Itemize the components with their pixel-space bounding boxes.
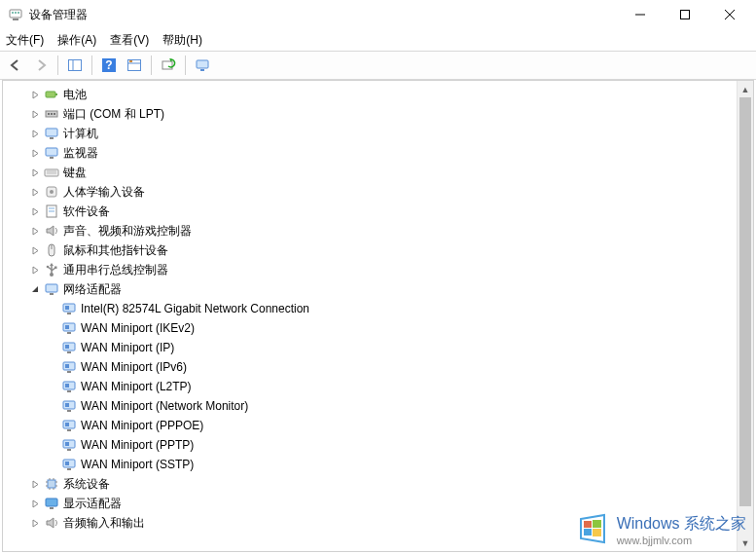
expand-caret-icon[interactable] bbox=[28, 91, 42, 99]
tree-category-battery[interactable]: 电池 bbox=[3, 85, 753, 104]
software-icon bbox=[44, 203, 59, 219]
svg-rect-26 bbox=[50, 137, 54, 139]
battery-icon bbox=[44, 87, 59, 102]
tree-device-item[interactable]: WAN Miniport (Network Monitor) bbox=[3, 396, 753, 416]
tree-category-display[interactable]: 显示适配器 bbox=[3, 494, 753, 513]
tree-item-label: 计算机 bbox=[63, 126, 98, 142]
monitor-icon bbox=[44, 126, 59, 141]
svg-rect-69 bbox=[67, 449, 71, 451]
nic-icon bbox=[61, 437, 77, 453]
tree-item-label: 网络适配器 bbox=[63, 281, 122, 298]
monitor-icon bbox=[44, 281, 59, 297]
nic-icon bbox=[61, 379, 77, 394]
expand-caret-icon[interactable] bbox=[28, 227, 42, 236]
svg-rect-73 bbox=[65, 462, 69, 465]
menu-action[interactable]: 操作(A) bbox=[57, 32, 96, 49]
expand-caret-icon[interactable] bbox=[28, 188, 42, 197]
expand-caret-icon[interactable] bbox=[28, 246, 42, 255]
tree-device-item[interactable]: WAN Miniport (SSTP) bbox=[3, 455, 753, 474]
tree-category-computer[interactable]: 计算机 bbox=[3, 124, 753, 143]
svg-rect-44 bbox=[54, 267, 57, 270]
expand-caret-icon[interactable] bbox=[28, 207, 42, 216]
show-hide-console-tree-button[interactable] bbox=[63, 54, 87, 77]
toolbar-separator bbox=[91, 55, 92, 75]
expand-caret-icon[interactable] bbox=[28, 266, 42, 275]
tree-item-label: WAN Miniport (SSTP) bbox=[81, 458, 194, 471]
expand-caret-icon[interactable] bbox=[28, 129, 42, 138]
svg-rect-17 bbox=[197, 60, 208, 68]
forward-button[interactable] bbox=[29, 54, 53, 77]
tree-device-item[interactable]: WAN Miniport (PPTP) bbox=[3, 435, 753, 455]
tree-category-usb[interactable]: 通用串行总线控制器 bbox=[3, 260, 753, 279]
speaker-icon bbox=[44, 515, 59, 531]
tree-device-item[interactable]: WAN Miniport (PPPOE) bbox=[3, 416, 753, 435]
tree-item-label: WAN Miniport (PPPOE) bbox=[81, 419, 203, 432]
tree-device-item[interactable]: WAN Miniport (L2TP) bbox=[3, 377, 753, 396]
tree-category-system[interactable]: 系统设备 bbox=[3, 474, 753, 494]
tree-category-mouse[interactable]: 鼠标和其他指针设备 bbox=[3, 240, 753, 260]
vertical-scrollbar[interactable]: ▲ ▼ bbox=[737, 81, 753, 551]
devices-by-type-button[interactable] bbox=[191, 54, 214, 77]
tree-device-item[interactable]: WAN Miniport (IKEv2) bbox=[3, 318, 753, 338]
scroll-thumb[interactable] bbox=[739, 97, 751, 506]
tree-item-label: WAN Miniport (Network Monitor) bbox=[81, 399, 248, 413]
tree-item-label: 鼠标和其他指针设备 bbox=[63, 242, 168, 259]
expand-caret-icon[interactable] bbox=[28, 168, 42, 177]
menu-file[interactable]: 文件(F) bbox=[6, 32, 44, 49]
svg-rect-18 bbox=[200, 69, 204, 71]
tree-item-label: 键盘 bbox=[63, 165, 87, 181]
tree-item-label: 系统设备 bbox=[63, 476, 110, 493]
expand-caret-icon[interactable] bbox=[28, 519, 42, 528]
svg-rect-67 bbox=[65, 423, 69, 426]
expand-caret-icon[interactable] bbox=[28, 480, 42, 489]
collapse-caret-icon[interactable] bbox=[28, 285, 42, 294]
expand-caret-icon[interactable] bbox=[28, 499, 42, 508]
scan-hardware-button[interactable] bbox=[157, 54, 180, 77]
close-button[interactable] bbox=[707, 0, 752, 29]
svg-rect-63 bbox=[67, 410, 71, 412]
properties-button[interactable] bbox=[123, 54, 146, 77]
device-tree[interactable]: 电池端口 (COM 和 LPT)计算机监视器键盘人体学输入设备软件设备声音、视频… bbox=[3, 81, 753, 551]
minimize-button[interactable] bbox=[618, 0, 663, 29]
svg-rect-27 bbox=[46, 148, 57, 156]
tree-device-item[interactable]: WAN Miniport (IP) bbox=[3, 338, 753, 357]
maximize-button[interactable] bbox=[663, 0, 707, 29]
svg-rect-51 bbox=[67, 332, 71, 334]
tree-item-label: 人体学输入设备 bbox=[63, 184, 145, 201]
svg-rect-83 bbox=[46, 499, 57, 506]
tree-item-label: WAN Miniport (L2TP) bbox=[81, 380, 192, 393]
tree-category-audio[interactable]: 音频输入和输出 bbox=[3, 513, 753, 533]
svg-point-24 bbox=[54, 113, 55, 115]
back-button[interactable] bbox=[4, 54, 27, 77]
tree-category-monitors[interactable]: 监视器 bbox=[3, 143, 753, 163]
nic-icon bbox=[61, 301, 77, 316]
nic-icon bbox=[61, 398, 77, 414]
svg-rect-20 bbox=[55, 93, 57, 95]
tree-device-item[interactable]: WAN Miniport (IPv6) bbox=[3, 357, 753, 377]
tree-category-ports[interactable]: 端口 (COM 和 LPT) bbox=[3, 104, 753, 124]
svg-rect-66 bbox=[67, 429, 71, 431]
display-icon bbox=[44, 496, 59, 511]
window-title: 设备管理器 bbox=[29, 7, 618, 23]
tree-category-software[interactable]: 软件设备 bbox=[3, 202, 753, 221]
expand-caret-icon[interactable] bbox=[28, 149, 42, 158]
tree-item-label: WAN Miniport (IP) bbox=[81, 341, 174, 354]
tree-item-label: 端口 (COM 和 LPT) bbox=[63, 106, 164, 123]
tree-category-hid[interactable]: 人体学输入设备 bbox=[3, 182, 753, 202]
menu-view[interactable]: 查看(V) bbox=[110, 32, 149, 49]
svg-rect-84 bbox=[50, 507, 54, 509]
tree-category-keyboards[interactable]: 键盘 bbox=[3, 163, 753, 182]
help-button[interactable]: ? bbox=[97, 54, 121, 77]
svg-rect-72 bbox=[67, 468, 71, 470]
expand-caret-icon[interactable] bbox=[28, 110, 42, 119]
tree-item-label: 音频输入和输出 bbox=[63, 515, 145, 532]
menu-help[interactable]: 帮助(H) bbox=[162, 32, 202, 49]
nic-icon bbox=[61, 320, 77, 336]
tree-category-network[interactable]: 网络适配器 bbox=[3, 279, 753, 299]
tree-item-label: 显示适配器 bbox=[63, 496, 122, 512]
svg-rect-16 bbox=[162, 61, 172, 69]
scroll-down-button[interactable]: ▼ bbox=[738, 535, 753, 551]
scroll-up-button[interactable]: ▲ bbox=[738, 81, 753, 97]
tree-device-item[interactable]: Intel(R) 82574L Gigabit Network Connecti… bbox=[3, 299, 753, 318]
tree-category-sound[interactable]: 声音、视频和游戏控制器 bbox=[3, 221, 753, 240]
